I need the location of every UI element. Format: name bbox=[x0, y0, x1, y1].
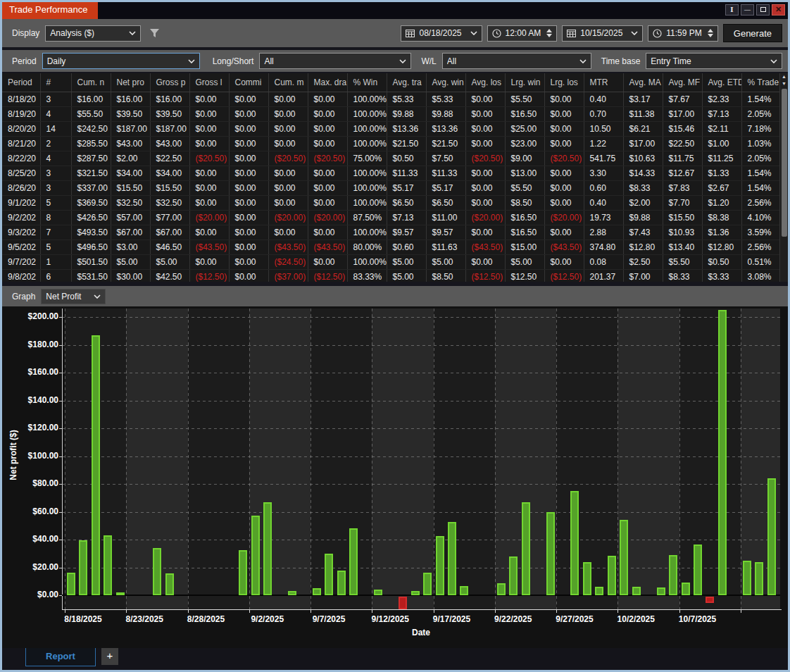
gridline-vertical bbox=[65, 309, 65, 609]
table-cell: $0.00 bbox=[465, 180, 505, 195]
spin-up-icon[interactable] bbox=[708, 29, 713, 32]
table-cell: $0.00 bbox=[268, 166, 308, 180]
column-header[interactable]: Avg. win bbox=[426, 73, 465, 92]
y-axis-tick-label: $180.00 bbox=[4, 340, 58, 349]
x-tick bbox=[434, 610, 434, 613]
table-cell: $0.00 bbox=[465, 254, 505, 269]
table-cell: $46.50 bbox=[150, 239, 189, 254]
column-header[interactable]: Avg. tra bbox=[387, 73, 426, 92]
end-date-picker[interactable]: 10/15/2025 bbox=[562, 25, 643, 42]
long-short-label: Long/Short bbox=[213, 56, 254, 66]
graph-metric-dropdown[interactable]: Net Profit bbox=[41, 289, 106, 304]
table-row[interactable]: 9/1/2025$369.50$32.50$32.50$0.00$0.00$0.… bbox=[2, 195, 779, 210]
scroll-up-icon[interactable]: ▲ bbox=[782, 73, 786, 80]
column-header[interactable]: % Win bbox=[347, 73, 387, 92]
tab-report[interactable]: Report bbox=[25, 648, 96, 666]
table-row[interactable]: 8/21/202$285.50$43.00$43.00$0.00$0.00$0.… bbox=[2, 136, 779, 151]
column-header[interactable]: Period bbox=[2, 73, 40, 92]
x-axis-tick-label: 9/2/2025 bbox=[235, 614, 300, 624]
column-header[interactable]: Lrg. win bbox=[505, 73, 544, 92]
column-header[interactable]: Avg. MF bbox=[663, 73, 702, 92]
table-cell: $0.00 bbox=[229, 92, 268, 106]
column-header[interactable]: Lrg. los bbox=[544, 73, 584, 92]
chevron-down-icon bbox=[188, 59, 195, 63]
table-cell: $6.21 bbox=[623, 121, 663, 136]
table-cell: $0.00 bbox=[189, 121, 229, 136]
table-row[interactable]: 8/19/204$55.50$39.50$39.50$0.00$0.00$0.0… bbox=[2, 106, 779, 121]
table-cell: $15.50 bbox=[663, 210, 702, 225]
column-header[interactable]: Cum. m bbox=[268, 73, 308, 92]
generate-button[interactable]: Generate bbox=[723, 24, 782, 42]
time-base-dropdown[interactable]: Entry Time bbox=[646, 53, 782, 69]
column-header[interactable]: # bbox=[40, 73, 71, 92]
toolbar: Display Analysis ($) 08/18/2025 12:00 AM bbox=[2, 19, 788, 50]
column-header[interactable]: Avg. los bbox=[465, 73, 505, 92]
add-tab-button[interactable]: + bbox=[101, 648, 118, 665]
column-header[interactable]: Avg. MA bbox=[623, 73, 663, 92]
table-row[interactable]: 8/25/203$321.50$34.00$34.00$0.00$0.00$0.… bbox=[2, 166, 779, 180]
column-header[interactable]: Gross l bbox=[189, 73, 229, 92]
gridline-horizontal bbox=[62, 512, 780, 513]
pin-icon[interactable]: I bbox=[725, 4, 739, 15]
gridline-vertical bbox=[434, 309, 434, 609]
gridline-vertical bbox=[741, 309, 741, 609]
profit-bar bbox=[632, 587, 641, 595]
column-header[interactable]: % Trade bbox=[741, 73, 779, 92]
table-row[interactable]: 8/26/203$337.00$15.50$15.50$0.00$0.00$0.… bbox=[2, 180, 779, 195]
display-dropdown[interactable]: Analysis ($) bbox=[45, 25, 141, 42]
table-row[interactable]: 9/3/2027$493.50$67.00$67.00$0.00$0.00$0.… bbox=[2, 225, 779, 239]
column-header[interactable]: Commi bbox=[229, 73, 268, 92]
long-short-dropdown[interactable]: All bbox=[259, 53, 411, 69]
table-scrollbar[interactable]: ▲ ▼ bbox=[779, 73, 788, 282]
profit-bar bbox=[509, 556, 518, 595]
table-cell: $12.80 bbox=[623, 239, 663, 254]
column-header[interactable]: Avg. ETD bbox=[702, 73, 741, 92]
column-header[interactable]: MTR bbox=[584, 73, 623, 92]
table-row[interactable]: 9/2/2028$426.50$57.00$77.00($20.00)$0.00… bbox=[2, 210, 779, 225]
table-cell: 100.00% bbox=[347, 225, 387, 239]
table-cell: $15.50 bbox=[111, 180, 150, 195]
minimize-icon[interactable]: — bbox=[741, 4, 754, 15]
maximize-icon[interactable] bbox=[756, 4, 770, 15]
table-cell: $0.60 bbox=[387, 239, 426, 254]
column-header[interactable]: Cum. n bbox=[71, 73, 111, 92]
table-cell: $55.50 bbox=[71, 106, 111, 121]
table-cell: $0.00 bbox=[544, 106, 584, 121]
scroll-down-icon[interactable]: ▼ bbox=[782, 80, 786, 87]
column-header[interactable]: Gross p bbox=[150, 73, 189, 92]
time-spinner[interactable] bbox=[546, 29, 552, 37]
profit-bar bbox=[374, 590, 382, 595]
start-date-picker[interactable]: 08/18/2025 bbox=[401, 25, 482, 42]
period-dropdown[interactable]: Daily bbox=[42, 53, 200, 69]
table-cell: $5.00 bbox=[150, 254, 189, 269]
column-header[interactable]: Net pro bbox=[111, 73, 150, 92]
table-row[interactable]: 9/5/2025$496.50$3.00$46.50($43.50)$0.00(… bbox=[2, 239, 779, 254]
profit-bar bbox=[411, 591, 420, 595]
spin-down-icon[interactable] bbox=[708, 34, 713, 37]
spin-down-icon[interactable] bbox=[546, 34, 552, 37]
table-row[interactable]: 9/7/2021$501.50$5.00$5.00$0.00$0.00($24.… bbox=[2, 254, 779, 269]
spin-up-icon[interactable] bbox=[546, 29, 552, 32]
scrollbar-thumb[interactable] bbox=[782, 89, 787, 237]
close-icon[interactable]: ✕ bbox=[772, 4, 785, 15]
table-cell: $3.00 bbox=[111, 239, 150, 254]
end-time-picker[interactable]: 11:59 PM bbox=[648, 25, 717, 42]
table-cell: 83.33% bbox=[347, 269, 387, 282]
table-cell: $0.00 bbox=[189, 180, 229, 195]
table-row[interactable]: 8/20/2014$242.50$187.00$187.00$0.00$0.00… bbox=[2, 121, 779, 136]
table-cell: $15.46 bbox=[663, 121, 702, 136]
table-cell: $0.00 bbox=[189, 195, 229, 210]
wl-dropdown[interactable]: All bbox=[442, 53, 591, 69]
table-cell: $0.00 bbox=[229, 106, 268, 121]
column-header[interactable]: Max. dra bbox=[308, 73, 347, 92]
profit-bar bbox=[349, 528, 358, 595]
filter-icon[interactable] bbox=[149, 28, 160, 38]
table-row[interactable]: 8/22/204$287.50$2.00$22.50($20.50)$0.00(… bbox=[2, 151, 779, 166]
table-cell: $32.50 bbox=[150, 195, 189, 210]
table-row[interactable]: 8/18/203$16.00$16.00$16.00$0.00$0.00$0.0… bbox=[2, 92, 779, 106]
time-spinner[interactable] bbox=[708, 29, 713, 37]
start-time-picker[interactable]: 12:00 AM bbox=[487, 25, 558, 42]
table-row[interactable]: 9/8/2026$531.50$30.00$42.50($12.50)$0.00… bbox=[2, 269, 779, 282]
table-cell: $0.00 bbox=[544, 195, 584, 210]
table-cell: $0.00 bbox=[544, 225, 584, 239]
